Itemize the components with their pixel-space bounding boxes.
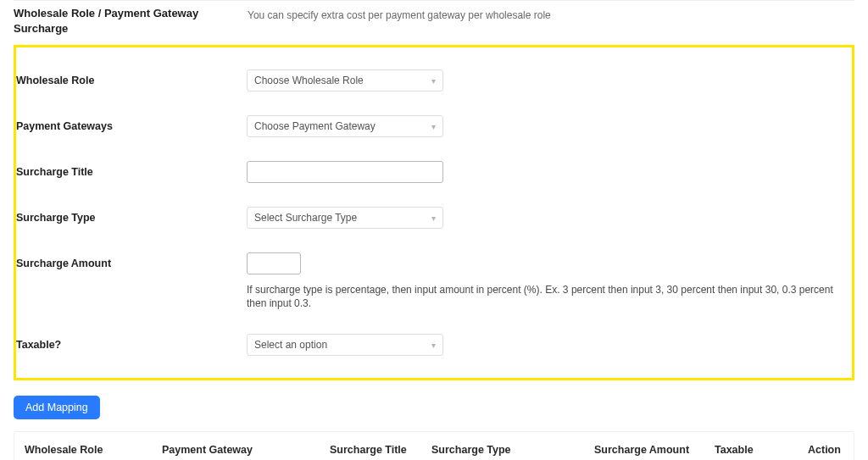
chevron-down-icon: ▾ — [431, 122, 436, 131]
surcharge-amount-label: Surcharge Amount — [16, 252, 247, 274]
col-payment-gateway: Payment Gateway — [152, 432, 320, 460]
col-wholesale-role: Wholesale Role — [14, 432, 152, 460]
payment-gateways-label: Payment Gateways — [16, 115, 247, 137]
chevron-down-icon: ▾ — [431, 341, 436, 350]
surcharge-title-input[interactable] — [247, 161, 443, 183]
section-title: Wholesale Role / Payment Gateway Surchar… — [14, 6, 248, 36]
payment-gateways-select[interactable]: Choose Payment Gateway ▾ — [247, 115, 443, 137]
chevron-down-icon: ▾ — [431, 213, 436, 223]
section-description: You can specify extra cost per payment g… — [248, 6, 551, 36]
mappings-table-header: Wholesale Role Payment Gateway Surcharge… — [14, 431, 854, 460]
surcharge-title-label: Surcharge Title — [16, 161, 247, 183]
section-header: Wholesale Role / Payment Gateway Surchar… — [14, 6, 854, 36]
wholesale-role-select[interactable]: Choose Wholesale Role ▾ — [247, 69, 443, 91]
taxable-select[interactable]: Select an option ▾ — [247, 334, 443, 356]
chevron-down-icon: ▾ — [431, 76, 436, 86]
surcharge-amount-hint: If surcharge type is percentage, then in… — [247, 283, 852, 310]
col-taxable: Taxable — [704, 432, 798, 460]
col-surcharge-title: Surcharge Title — [320, 432, 421, 460]
taxable-label: Taxable? — [16, 334, 247, 356]
surcharge-type-label: Surcharge Type — [16, 207, 247, 229]
wholesale-role-select-placeholder: Choose Wholesale Role — [254, 75, 364, 86]
col-surcharge-amount: Surcharge Amount — [584, 432, 704, 460]
surcharge-type-select[interactable]: Select Surcharge Type ▾ — [247, 207, 443, 229]
col-action: Action — [798, 432, 855, 460]
add-mapping-button[interactable]: Add Mapping — [14, 396, 100, 419]
payment-gateways-select-placeholder: Choose Payment Gateway — [254, 120, 376, 132]
surcharge-type-select-placeholder: Select Surcharge Type — [254, 212, 357, 224]
wholesale-role-label: Wholesale Role — [16, 69, 247, 91]
surcharge-amount-input[interactable] — [247, 252, 301, 274]
taxable-select-placeholder: Select an option — [254, 339, 327, 351]
col-surcharge-type: Surcharge Type — [421, 432, 584, 460]
surcharge-form: Wholesale Role Choose Wholesale Role ▾ P… — [14, 45, 854, 380]
